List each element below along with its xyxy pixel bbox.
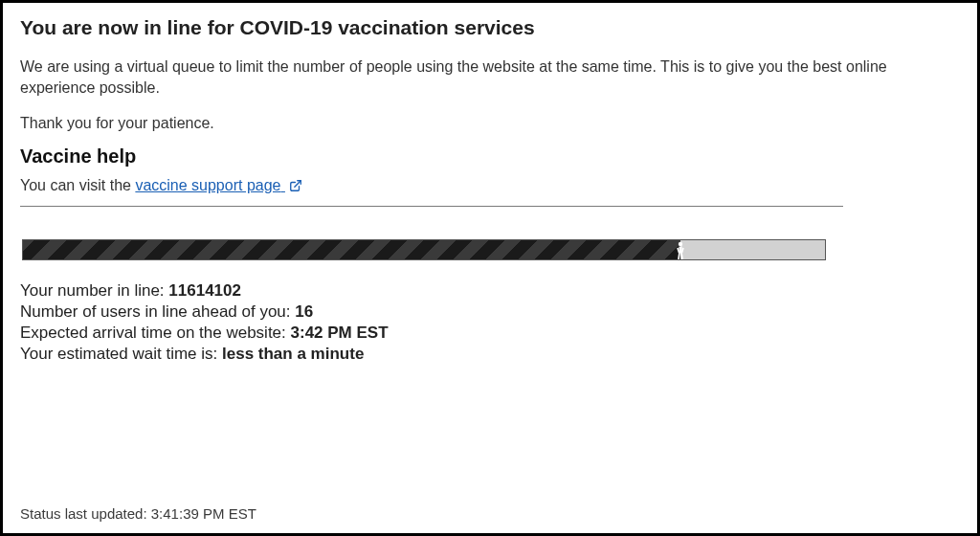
stat-number-value: 11614102 [168,281,241,300]
svg-line-0 [295,181,301,187]
svg-line-5 [679,253,679,259]
stat-users-ahead: Number of users in line ahead of you: 16 [20,302,960,322]
stat-expected-arrival: Expected arrival time on the website: 3:… [20,324,960,343]
help-prefix: You can visit the [20,177,135,193]
person-marker-icon [676,241,685,260]
status-label: Status last updated: [20,505,151,522]
external-link-icon [289,179,302,196]
stat-wait-label: Your estimated wait time is: [20,345,222,363]
help-text: You can visit the vaccine support page [20,177,960,196]
stat-wait-time: Your estimated wait time is: less than a… [20,345,960,364]
svg-point-1 [679,242,682,246]
queue-page: You are now in line for COVID-19 vaccina… [0,0,980,536]
stat-eta-value: 3:42 PM EST [291,324,389,342]
svg-line-6 [681,253,682,259]
intro-text: We are using a virtual queue to limit th… [20,56,920,100]
queue-progress-fill [23,240,680,259]
status-value: 3:41:39 PM EST [151,505,256,522]
status-last-updated: Status last updated: 3:41:39 PM EST [20,505,256,522]
stat-ahead-label: Number of users in line ahead of you: [20,302,295,321]
support-link-text: vaccine support page [135,177,280,193]
svg-line-3 [678,248,679,253]
svg-line-4 [682,248,684,253]
stat-number-label: Your number in line: [20,281,168,300]
stat-ahead-value: 16 [295,302,313,321]
stat-eta-label: Expected arrival time on the website: [20,324,291,342]
queue-stats: Your number in line: 11614102 Number of … [20,281,960,364]
thanks-text: Thank you for your patience. [20,115,960,132]
stat-number-in-line: Your number in line: 11614102 [20,281,960,301]
queue-progress-bar [22,239,826,260]
stat-wait-value: less than a minute [222,345,364,363]
section-divider [20,206,843,207]
help-heading: Vaccine help [20,145,960,168]
page-title: You are now in line for COVID-19 vaccina… [20,16,960,39]
vaccine-support-link[interactable]: vaccine support page [135,177,302,193]
